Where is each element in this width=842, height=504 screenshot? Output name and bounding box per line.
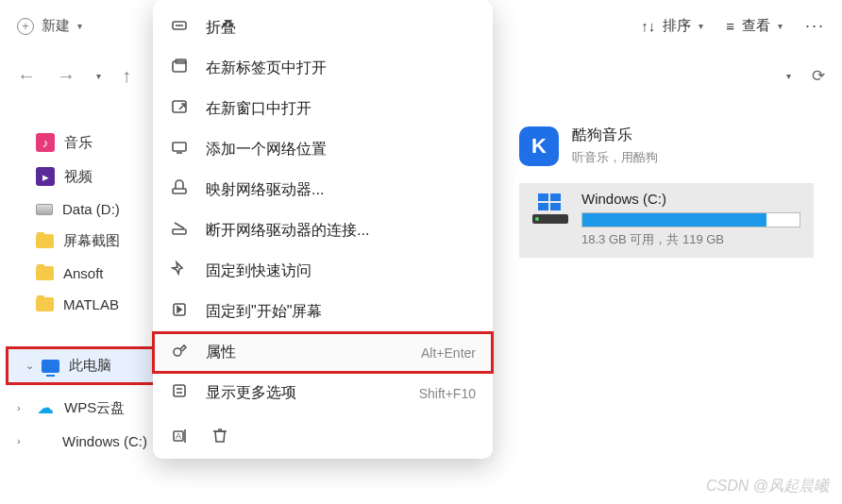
sidebar-item-this-pc[interactable]: ⌄ 此电脑 [6,346,160,385]
more-options-icon [170,382,189,404]
svg-rect-5 [173,143,186,151]
ctx-collapse[interactable]: 折叠 [153,8,493,48]
pin-icon [170,260,189,282]
view-button[interactable]: ≡ 查看 ▾ [726,17,783,35]
sidebar-item-wps-cloud[interactable]: › ☁ WPS云盘 [0,391,170,425]
pin-start-icon [170,301,189,323]
disconnect-drive-icon [170,220,189,242]
drive-icon [532,193,568,224]
ctx-open-new-window[interactable]: 在新窗口中打开 [153,89,493,129]
properties-icon [170,342,189,363]
ctx-open-new-tab[interactable]: 在新标签页中打开 [153,48,493,89]
music-icon: ♪ [36,133,55,152]
refresh-button[interactable]: ⟳ [812,66,825,86]
watermark: CSDN @风起晨曦 [706,477,829,496]
shortcut-label: Shift+F10 [419,386,476,401]
rename-icon[interactable]: A [170,425,191,445]
plus-circle-icon: + [17,18,34,35]
sidebar-item-label: 此电脑 [69,357,111,375]
shortcut-label: Alt+Enter [421,345,476,361]
sort-label: 排序 [663,17,691,35]
folder-icon [36,266,54,280]
sidebar-item-label: MATLAB [63,296,119,312]
chevron-down-icon: ▾ [778,21,783,31]
sidebar-item-music[interactable]: ♪ 音乐 [0,126,170,160]
svg-rect-7 [173,189,186,193]
sort-icon: ↑↓ [641,18,655,34]
expand-icon[interactable]: › [17,402,21,413]
svg-rect-12 [174,385,185,396]
new-label: 新建 [42,17,70,35]
svg-rect-4 [173,101,186,112]
monitor-icon [42,360,59,373]
folder-icon [36,234,54,248]
drive-name: Windows (C:) [581,191,800,207]
svg-rect-8 [173,229,186,234]
app-title: 酷狗音乐 [572,126,658,145]
ctx-pin-quick-access[interactable]: 固定到快速访问 [153,251,493,292]
recent-dropdown[interactable]: ▾ [96,71,101,81]
sidebar-item-label: 视频 [64,168,93,186]
view-icon: ≡ [726,18,734,34]
svg-text:A: A [176,431,181,441]
sidebar-item-matlab[interactable]: MATLAB [0,289,170,320]
sidebar-item-data-d[interactable]: Data (D:) [0,193,170,225]
sidebar-item-ansoft[interactable]: Ansoft [0,258,170,289]
ctx-footer: A [153,413,493,451]
ctx-properties[interactable]: 属性 Alt+Enter [153,332,493,373]
chevron-down-icon: ▾ [699,21,703,31]
sidebar-item-label: Data (D:) [62,201,120,217]
ctx-pin-start[interactable]: 固定到"开始"屏幕 [153,292,493,332]
collapse-icon[interactable]: ⌄ [25,360,34,372]
sidebar-item-label: WPS云盘 [64,399,125,417]
sidebar-item-label: 音乐 [64,134,93,152]
address-dropdown[interactable]: ▾ [786,71,791,81]
ctx-show-more-options[interactable]: 显示更多选项 Shift+F10 [153,373,493,413]
view-label: 查看 [742,17,770,35]
more-button[interactable]: ··· [805,16,825,36]
app-kugou[interactable]: K 酷狗音乐 听音乐，用酷狗 [519,126,842,166]
expand-icon[interactable]: › [17,435,21,446]
sort-button[interactable]: ↑↓ 排序 ▾ [641,17,703,35]
map-drive-icon [170,179,189,201]
cloud-icon: ☁ [36,398,55,417]
new-tab-icon [170,58,189,79]
collapse-icon [170,17,189,39]
kugou-icon: K [519,126,559,166]
sidebar-item-video[interactable]: ▸ 视频 [0,160,170,193]
video-icon: ▸ [36,167,55,186]
sidebar-item-windows-c[interactable]: › Windows (C:) [0,425,170,457]
ctx-disconnect-network-drive[interactable]: 断开网络驱动器的连接... [153,210,493,251]
folder-icon [36,297,54,311]
forward-button[interactable]: → [57,65,76,87]
new-window-icon [170,98,189,120]
sidebar-item-label: Ansoft [63,265,104,281]
sidebar: ♪ 音乐 ▸ 视频 Data (D:) 屏幕截图 Ansoft MATLAB ⌄… [0,99,170,504]
ctx-map-network-drive[interactable]: 映射网络驱动器... [153,170,493,210]
drive-usage-bar [581,212,800,227]
net-location-icon [170,139,189,160]
drive-status: 18.3 GB 可用，共 119 GB [581,231,800,248]
sidebar-item-screenshots[interactable]: 屏幕截图 [0,225,170,258]
sidebar-item-label: 屏幕截图 [63,232,120,250]
drive-windows-c[interactable]: Windows (C:) 18.3 GB 可用，共 119 GB [519,183,814,258]
up-button[interactable]: ↑ [122,65,131,87]
delete-icon[interactable] [210,425,230,445]
windows-icon [36,432,53,449]
sidebar-item-label: Windows (C:) [62,433,147,449]
svg-line-9 [175,223,184,228]
disk-icon [36,204,53,215]
chevron-down-icon: ▾ [77,21,82,31]
back-button[interactable]: ← [17,65,36,87]
context-menu: 折叠 在新标签页中打开 在新窗口中打开 添加一个网络位置 映射网络驱动器... … [153,0,493,459]
new-button[interactable]: + 新建 ▾ [17,17,82,35]
app-subtitle: 听音乐，用酷狗 [572,149,658,166]
ctx-add-network-location[interactable]: 添加一个网络位置 [153,129,493,170]
svg-point-11 [174,348,181,356]
